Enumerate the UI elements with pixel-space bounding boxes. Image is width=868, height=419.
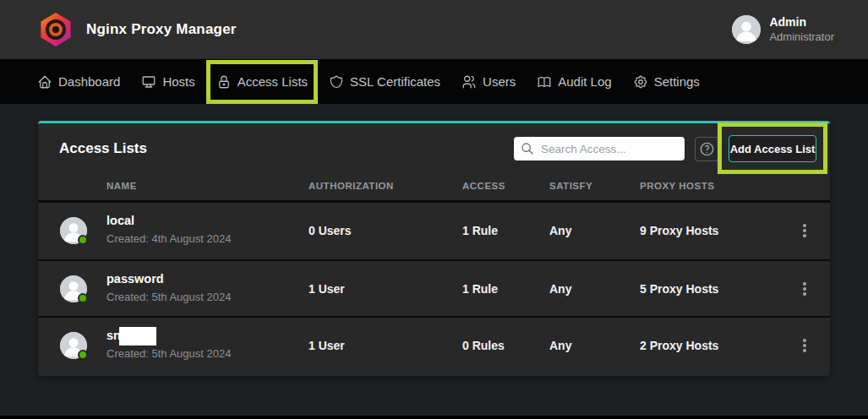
gear-icon	[633, 74, 648, 90]
access-list-name: local	[106, 214, 134, 227]
authorization-value: 0 Users	[308, 224, 352, 237]
column-header-satisfy: SATISFY	[549, 181, 592, 191]
book-icon	[537, 74, 552, 90]
users-icon	[461, 74, 477, 90]
nav-item-audit-log[interactable]: Audit Log	[537, 74, 611, 90]
column-header-authorization: AUTHORIZATION	[308, 181, 394, 191]
table-row: sn Created: 5th August 2024 1 User 0 Rul…	[38, 316, 830, 373]
nav-item-access-lists[interactable]: Access Lists	[216, 74, 308, 90]
avatar	[60, 275, 87, 302]
user-avatar	[732, 15, 761, 44]
user-name: Admin	[769, 15, 834, 30]
proxy-hosts-value: 5 Proxy Hosts	[640, 282, 718, 296]
table-body: local Created: 4th August 2024 0 Users 1…	[38, 203, 830, 373]
lock-icon	[216, 74, 232, 90]
column-header-proxy-hosts: PROXY HOSTS	[640, 181, 714, 191]
nginx-proxy-manager-window: Nginx Proxy Manager Admin Administrator …	[0, 0, 868, 419]
help-icon	[699, 141, 715, 157]
column-header-access: ACCESS	[462, 181, 505, 191]
access-lists-panel: Access Lists Add Access List NAMEAUTHORI…	[38, 121, 830, 376]
created-date: Created: 4th August 2024	[106, 232, 231, 245]
satisfy-value: Any	[549, 224, 571, 237]
avatar	[60, 217, 87, 244]
add-access-list-button[interactable]: Add Access List	[729, 135, 816, 162]
logo-ring	[49, 23, 63, 36]
column-header-name: NAME	[106, 181, 137, 191]
user-menu[interactable]: Admin Administrator	[732, 15, 834, 44]
nav-item-dashboard[interactable]: Dashboard	[37, 74, 120, 90]
access-value: 1 Rule	[462, 282, 498, 296]
nav-item-label: Users	[483, 74, 516, 89]
online-status-dot	[78, 293, 88, 303]
nav-item-label: Dashboard	[58, 74, 120, 89]
nav-item-ssl-certificates[interactable]: SSL Certificates	[329, 74, 440, 90]
app-logo-icon	[39, 13, 73, 46]
home-icon	[37, 74, 52, 90]
table-row: local Created: 4th August 2024 0 Users 1…	[38, 203, 830, 259]
help-button[interactable]	[695, 137, 719, 161]
online-status-dot	[78, 350, 88, 360]
online-status-dot	[78, 235, 88, 245]
nav-item-label: Hosts	[162, 74, 194, 89]
search-icon	[521, 142, 534, 155]
nav-item-label: Audit Log	[558, 74, 611, 89]
satisfy-value: Any	[549, 339, 571, 352]
user-role: Administrator	[769, 30, 834, 44]
satisfy-value: Any	[549, 282, 571, 296]
access-value: 1 Rule	[462, 224, 498, 237]
proxy-hosts-value: 9 Proxy Hosts	[640, 224, 718, 237]
logo-inner-circle	[46, 19, 66, 40]
access-list-name: password	[106, 272, 164, 286]
avatar	[60, 332, 87, 359]
person-icon	[732, 15, 761, 44]
panel-title: Access Lists	[59, 140, 147, 157]
nav-item-settings[interactable]: Settings	[633, 74, 700, 90]
redaction-box	[119, 327, 156, 346]
row-menu-button[interactable]	[794, 275, 815, 302]
created-date: Created: 5th August 2024	[106, 347, 231, 360]
nav-item-users[interactable]: Users	[461, 74, 516, 90]
table-row: password Created: 5th August 2024 1 User…	[38, 259, 830, 316]
shield-icon	[329, 74, 344, 90]
search-input[interactable]	[541, 143, 678, 155]
access-value: 0 Rules	[462, 339, 505, 352]
main-nav: Dashboard Hosts Access Lists SSL Certifi…	[0, 59, 868, 104]
authorization-value: 1 User	[308, 339, 345, 352]
created-date: Created: 5th August 2024	[106, 291, 231, 303]
nav-item-hosts[interactable]: Hosts	[141, 74, 194, 90]
monitor-icon	[141, 74, 156, 90]
proxy-hosts-value: 2 Proxy Hosts	[640, 339, 718, 352]
search-box	[514, 137, 685, 161]
authorization-value: 1 User	[308, 282, 345, 296]
nav-item-label: Settings	[654, 74, 700, 89]
row-menu-button[interactable]	[794, 332, 815, 359]
table-header: NAMEAUTHORIZATIONACCESSSATISFYPROXY HOST…	[38, 173, 830, 200]
row-menu-button[interactable]	[794, 217, 815, 244]
app-title: Nginx Proxy Manager	[86, 21, 237, 38]
app-header: Nginx Proxy Manager Admin Administrator	[0, 0, 868, 59]
nav-item-label: Access Lists	[237, 74, 308, 89]
nav-item-label: SSL Certificates	[350, 74, 440, 89]
bottom-edge-strip	[0, 416, 868, 419]
